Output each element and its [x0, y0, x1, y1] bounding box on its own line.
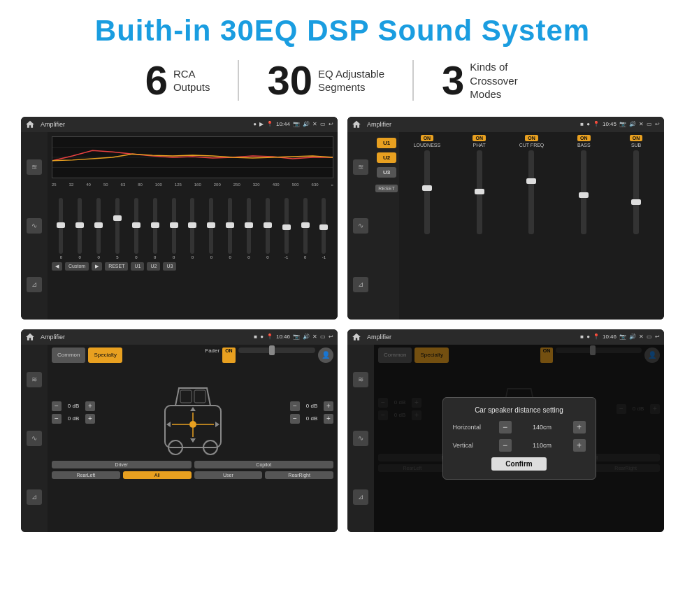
eq-thumb-8[interactable] [207, 222, 215, 228]
phat-on: ON [473, 135, 486, 141]
wave-icon-3[interactable]: ∿ [27, 431, 42, 446]
sub-thumb[interactable] [631, 199, 641, 205]
speaker-icon-4[interactable]: ⊿ [353, 489, 368, 505]
eq-thumb-3[interactable] [113, 215, 122, 221]
eq-thumb-0[interactable] [57, 222, 65, 228]
loudness-thumb[interactable] [422, 185, 432, 191]
eq-thumb-9[interactable] [226, 222, 234, 228]
eq-tune-icon-3[interactable]: ≋ [27, 372, 42, 387]
screen3-content: ≋ ∿ ⊿ Common Specialty Fader ON [21, 345, 338, 532]
eq-thumb-7[interactable] [188, 222, 196, 228]
tab-specialty-3[interactable]: Specialty [88, 348, 122, 363]
u1-preset[interactable]: U1 [377, 138, 396, 148]
svg-rect-5 [194, 390, 206, 403]
speaker-icon-3[interactable]: ⊿ [27, 489, 42, 505]
spk-rr-minus[interactable]: − [290, 414, 300, 424]
eq-track-10[interactable] [247, 198, 251, 254]
eq-thumb-11[interactable] [264, 222, 272, 228]
spk-fl-plus[interactable]: + [85, 401, 95, 411]
spk-rl-plus[interactable]: + [85, 414, 95, 424]
horizontal-minus-btn[interactable]: − [499, 421, 512, 434]
prev-preset-btn[interactable]: ◀ [52, 262, 62, 271]
pin-icon-3: 📍 [266, 334, 273, 340]
eq-track-9[interactable] [228, 198, 232, 254]
wave-icon-4[interactable]: ∿ [353, 431, 368, 446]
wave-icon-2[interactable]: ∿ [353, 218, 368, 234]
eq-sliders: 0 0 0 [52, 189, 333, 259]
u1-btn-1[interactable]: U1 [131, 262, 144, 271]
phat-slider[interactable] [477, 150, 482, 234]
eq-track-11[interactable] [266, 198, 270, 254]
spk-rr-plus[interactable]: + [324, 414, 333, 424]
horizontal-plus-btn[interactable]: + [573, 421, 586, 434]
copilot-btn-3[interactable]: Copilot [194, 461, 334, 468]
eq-track-2[interactable] [96, 198, 101, 254]
camera-icon-4: 📷 [619, 334, 626, 340]
user-btn-3[interactable]: User [194, 471, 263, 479]
eq-track-6[interactable] [172, 198, 176, 254]
loudness-on: ON [421, 135, 434, 141]
screen-eq: Amplifier ● ▶ 📍 10:44 📷 🔊 ✕ ▭ ↩ ≋ ∿ ⊿ [21, 117, 338, 320]
speaker-icon-1[interactable]: ⊿ [27, 277, 42, 292]
reset-btn-1[interactable]: RESET [105, 262, 128, 271]
sub-slider[interactable] [633, 150, 639, 234]
eq-thumb-12[interactable] [282, 224, 291, 230]
all-btn-3[interactable]: All [123, 471, 192, 479]
eq-track-14[interactable] [322, 198, 326, 254]
stat-eq: 30 EQ AdjustableSegments [239, 60, 414, 101]
eq-track-5[interactable] [153, 198, 157, 254]
vertical-minus-btn[interactable]: − [499, 439, 512, 452]
eq-val-3: 5 [116, 255, 118, 259]
eq-tune-icon[interactable]: ≋ [27, 159, 42, 175]
phat-thumb[interactable] [475, 189, 484, 194]
confirm-button[interactable]: Confirm [491, 457, 546, 471]
spk-fr-plus[interactable]: + [324, 401, 333, 411]
profile-icon-3[interactable]: 👤 [318, 348, 333, 363]
eq-thumb-13[interactable] [301, 222, 310, 228]
eq-track-4[interactable] [134, 198, 138, 254]
u2-preset[interactable]: U2 [377, 152, 396, 163]
eq-track-12[interactable] [284, 198, 289, 254]
driver-btn-3[interactable]: Driver [52, 461, 192, 468]
eq-track-0[interactable] [59, 198, 63, 254]
u2-btn-1[interactable]: U2 [147, 262, 160, 271]
speaker-icon-2[interactable]: ⊿ [353, 277, 368, 292]
cutfreq-slider[interactable] [528, 150, 534, 234]
play-btn[interactable]: ▶ [92, 262, 102, 271]
eq-thumb-5[interactable] [151, 222, 159, 228]
screen3-time: 10:46 [276, 334, 290, 340]
eq-track-8[interactable] [209, 198, 213, 254]
bass-thumb[interactable] [579, 192, 589, 198]
custom-preset-btn[interactable]: Custom [65, 262, 89, 271]
eq-thumb-2[interactable] [94, 222, 103, 228]
tab-common-3[interactable]: Common [52, 348, 85, 363]
spk-fl-minus[interactable]: − [52, 401, 62, 411]
fader-slider-3[interactable] [238, 348, 315, 353]
eq-track-3[interactable] [115, 198, 120, 254]
eq-tune-icon-2[interactable]: ≋ [353, 159, 368, 175]
eq-thumb-6[interactable] [170, 222, 178, 228]
eq-tune-icon-4[interactable]: ≋ [353, 372, 368, 387]
rearleft-btn-3[interactable]: RearLeft [52, 471, 120, 479]
eq-track-13[interactable] [303, 198, 308, 254]
u3-preset[interactable]: U3 [377, 167, 396, 178]
eq-thumb-1[interactable] [75, 222, 84, 228]
dialog-title: Car speaker distance setting [453, 406, 586, 414]
loudness-slider[interactable] [424, 150, 430, 234]
vertical-plus-btn[interactable]: + [573, 439, 586, 452]
wave-icon-1[interactable]: ∿ [27, 218, 42, 234]
eq-thumb-14[interactable] [319, 224, 328, 230]
bass-slider[interactable] [581, 150, 586, 234]
eq-thumb-4[interactable] [132, 222, 140, 228]
reset-cross[interactable]: RESET [375, 185, 397, 192]
eq-thumb-10[interactable] [245, 222, 253, 228]
spk-fr-minus[interactable]: − [290, 401, 300, 411]
rearright-btn-3[interactable]: RearRight [265, 471, 333, 479]
spk-rl-minus[interactable]: − [52, 414, 62, 424]
fader-thumb-3[interactable] [269, 345, 275, 355]
eq-track-1[interactable] [78, 198, 82, 254]
cutfreq-thumb[interactable] [526, 178, 536, 184]
screen1-sidebar: ≋ ∿ ⊿ [21, 132, 48, 320]
u3-btn-1[interactable]: U3 [163, 262, 176, 271]
eq-track-7[interactable] [190, 198, 194, 254]
